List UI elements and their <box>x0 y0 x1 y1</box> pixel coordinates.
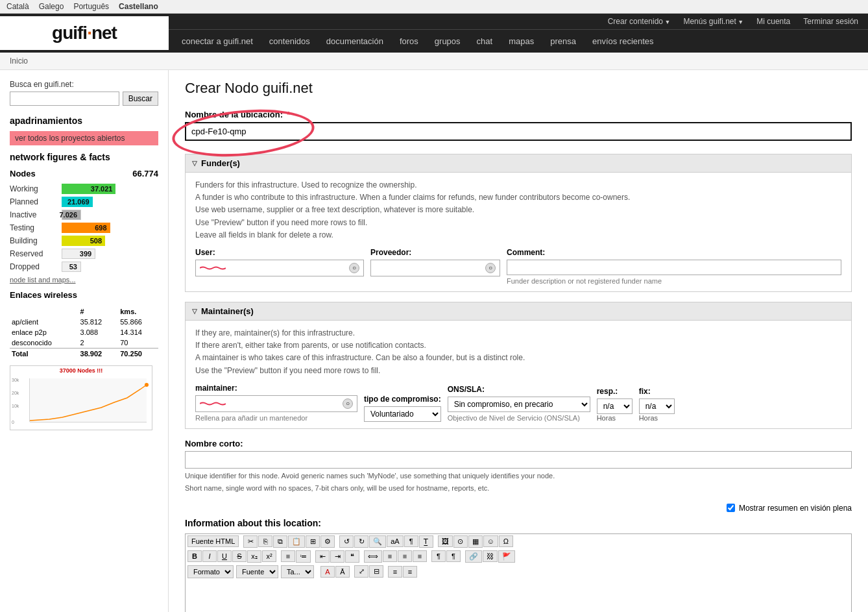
info-section-title: Information about this location: <box>185 518 852 528</box>
apadrinamientos-link[interactable]: ver todos los proyectos abiertos <box>10 131 158 145</box>
lang-castellano[interactable]: Castellano <box>119 2 158 11</box>
nav-contenidos[interactable]: contenidos <box>269 36 310 46</box>
rte-btn-bg-color[interactable]: Ā <box>335 566 350 578</box>
rte-btn-bold[interactable]: B <box>187 550 202 562</box>
nombre-ubicacion-input[interactable] <box>185 122 852 141</box>
rte-btn-italic[interactable]: I <box>202 550 217 562</box>
rte-btn-emoji[interactable]: ☺ <box>483 535 498 547</box>
lang-catala[interactable]: Català <box>6 2 29 11</box>
breadcrumb-inicio[interactable]: Inicio <box>10 56 28 66</box>
rte-btn-align-right[interactable]: ≡ <box>398 550 412 562</box>
rte-btn-underline[interactable]: U <box>217 550 232 562</box>
nombre-corto-hint1: Unique identifier for this node. Avoid g… <box>185 471 852 482</box>
search-button[interactable]: Buscar <box>123 92 158 106</box>
rte-btn-table[interactable]: ▦ <box>468 535 483 548</box>
nav-prensa[interactable]: prensa <box>550 36 576 46</box>
stat-val-dropped: 53 <box>69 263 77 271</box>
rte-btn-maximize[interactable]: ⤢ <box>354 565 368 578</box>
nav-menus-guifi[interactable]: Menús guifi.net <box>683 17 743 26</box>
rte-btn-cut[interactable]: ✂ <box>243 535 258 548</box>
rte-btn-subscript[interactable]: x₂ <box>247 550 261 563</box>
rte-btn-rtl2[interactable]: ≡ <box>403 566 417 578</box>
rte-btn-strikethrough[interactable]: S <box>232 550 247 562</box>
nav-chat[interactable]: chat <box>477 36 493 46</box>
rte-btn-copy[interactable]: ⎘ <box>258 535 272 547</box>
nav-crear-contenido[interactable]: Crear contenido <box>608 17 671 26</box>
rte-btn-blockquote[interactable]: ❝ <box>345 550 359 563</box>
rte-btn-paste2[interactable]: 📋 <box>288 535 305 548</box>
rte-btn-ltr2[interactable]: ≡ <box>388 566 402 578</box>
rte-btn-align-center[interactable]: ≡ <box>383 550 397 562</box>
nav-conectar[interactable]: conectar a guifi.net <box>182 36 253 46</box>
rte-btn-link[interactable]: 🔗 <box>465 550 482 563</box>
lang-galego[interactable]: Galego <box>39 2 64 11</box>
rte-btn-show-blocks[interactable]: ⊟ <box>369 565 383 578</box>
funder-user-input[interactable]: ○ <box>195 260 364 276</box>
rte-body[interactable] <box>186 580 851 612</box>
nombre-corto-input[interactable] <box>185 451 852 469</box>
rte-btn-settings[interactable]: ⚙ <box>320 535 335 548</box>
rte-btn-ul[interactable]: ≔ <box>296 550 311 563</box>
rte-btn-undo[interactable]: ↺ <box>339 535 354 548</box>
rte-btn-flash[interactable]: ⊙ <box>453 535 468 548</box>
nav-mapas[interactable]: mapas <box>509 36 534 46</box>
wt-count-total: 38.902 <box>78 349 119 360</box>
wt-kms-apclient: 55.866 <box>118 317 158 327</box>
rte-toolbar-1: Fuente HTML ✂ ⎘ ⧉ 📋 ⊞ ⚙ ↺ ↻ 🔍 aA ¶ T̲ <box>186 534 851 549</box>
rte-btn-outdent[interactable]: ⇤ <box>315 550 330 563</box>
vision-plena-checkbox[interactable] <box>727 504 735 512</box>
node-list-link[interactable]: node list and maps... <box>10 276 158 284</box>
nav-foros[interactable]: foros <box>400 36 418 46</box>
nav-terminar-sesion[interactable]: Terminar sesión <box>803 17 858 26</box>
maintainer-resp-select[interactable]: n/a 1 2 4 <box>597 398 633 414</box>
rte-btn-fuente-html[interactable]: Fuente HTML <box>187 535 239 547</box>
funder-comment-input[interactable] <box>507 260 841 275</box>
rte-btn-dir-rtl[interactable]: ¶ <box>446 550 461 562</box>
maintainer-ons-select[interactable]: Sin compromiso, en precario Otro <box>448 397 590 412</box>
nav-documentacion[interactable]: documentación <box>326 36 383 46</box>
wt-row-desconocido: desconocido 2 70 <box>10 337 158 349</box>
maintainer-circle-btn[interactable]: ○ <box>343 398 353 409</box>
nav-envios[interactable]: envíos recientes <box>592 36 654 46</box>
rte-btn-case[interactable]: aA <box>387 535 403 547</box>
rte-format-select[interactable]: Formato <box>187 565 234 578</box>
rte-btn-special[interactable]: Ω <box>499 535 513 547</box>
rte-btn-para[interactable]: ¶ <box>404 535 418 547</box>
maintainer-input-col: maintainer: ○ Rellena para añadir un man… <box>195 384 357 422</box>
rte-font-select[interactable]: Fuente <box>236 565 278 578</box>
rte-btn-anchor[interactable]: 🚩 <box>498 550 515 563</box>
rte-btn-indent[interactable]: ⇥ <box>330 550 344 563</box>
rte-btn-ol[interactable]: ≡ <box>281 550 295 562</box>
funder-header[interactable]: ▽ Funder(s) <box>186 154 851 173</box>
rte-btn-redo[interactable]: ↻ <box>354 535 368 548</box>
maintainer-input[interactable]: ○ <box>195 395 357 412</box>
search-input[interactable] <box>10 92 119 106</box>
rte-btn-align-left[interactable]: ⟺ <box>364 550 382 563</box>
nodes-label: Nodes <box>10 169 36 178</box>
proveedor-circle-btn[interactable]: ○ <box>485 263 496 273</box>
rte-btn-format[interactable]: T̲ <box>419 535 433 548</box>
rte-btn-dir-ltr[interactable]: ¶ <box>431 550 446 562</box>
funder-proveedor-input[interactable]: ○ <box>370 260 500 276</box>
rte-btn-image[interactable]: 🖼 <box>438 535 453 547</box>
maintainer-header[interactable]: ▽ Maintainer(s) <box>186 302 851 321</box>
maintainer-fix-select[interactable]: n/a 1 2 4 <box>639 398 675 414</box>
user-circle-btn[interactable]: ○ <box>349 263 359 273</box>
rte-btn-align-justify[interactable]: ≡ <box>413 550 427 562</box>
rte-btn-paste3[interactable]: ⊞ <box>306 535 320 548</box>
header-right: Crear contenido Menús guifi.net Mi cuent… <box>169 14 868 53</box>
rte-container: Fuente HTML ✂ ⎘ ⧉ 📋 ⊞ ⚙ ↺ ↻ 🔍 aA ¶ T̲ <box>185 533 852 612</box>
lang-portugues[interactable]: Português <box>73 2 109 11</box>
rte-btn-search[interactable]: 🔍 <box>369 535 386 548</box>
rte-btn-unlink[interactable]: ⛓ <box>483 550 498 562</box>
nav-mi-cuenta[interactable]: Mi cuenta <box>756 17 790 26</box>
rte-btn-font-color[interactable]: A <box>320 566 335 578</box>
nav-grupos[interactable]: grupos <box>435 36 461 46</box>
rte-btn-paste[interactable]: ⧉ <box>273 535 287 548</box>
stat-bar-reserved: 399 <box>62 249 95 259</box>
rte-size-select[interactable]: Ta... <box>281 565 314 578</box>
checkbox-row: Mostrar resumen en visión plena <box>185 504 852 513</box>
maintainer-row: maintainer: ○ Rellena para añadir un man… <box>195 384 841 422</box>
maintainer-tipo-select[interactable]: Voluntariado Profesional Otro <box>364 406 441 422</box>
rte-btn-superscript[interactable]: x² <box>262 550 276 562</box>
